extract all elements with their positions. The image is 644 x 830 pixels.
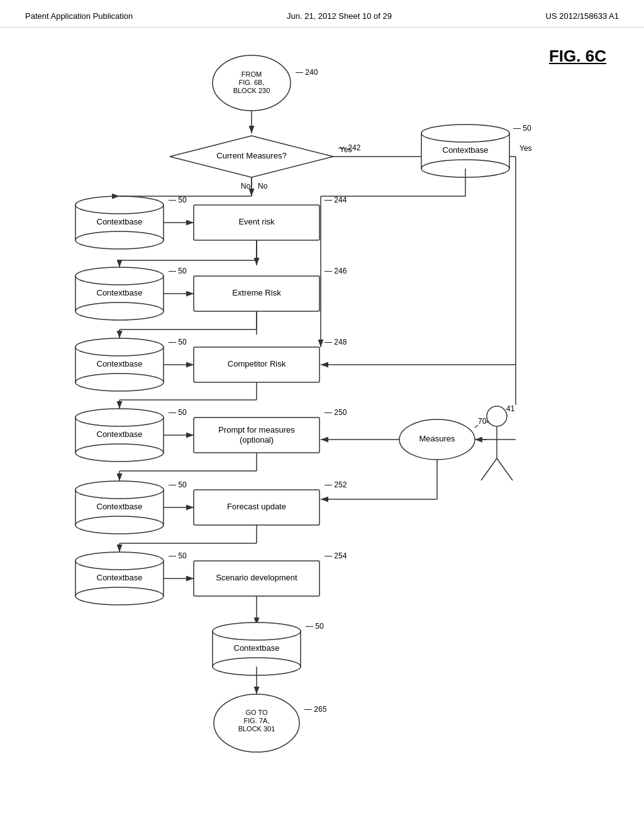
svg-text:— 50: — 50 xyxy=(169,267,187,275)
svg-text:FIG. 7A,: FIG. 7A, xyxy=(244,717,270,724)
svg-text:Current Measures?: Current Measures? xyxy=(216,151,286,160)
svg-point-115 xyxy=(213,622,301,640)
svg-text:Contextbase: Contextbase xyxy=(234,643,280,653)
svg-text:— 240: — 240 xyxy=(296,68,318,77)
svg-line-78 xyxy=(475,425,478,428)
svg-text:Yes: Yes xyxy=(519,144,532,153)
svg-text:Yes: Yes xyxy=(340,145,352,154)
svg-text:Contextbase: Contextbase xyxy=(97,288,143,297)
svg-point-16 xyxy=(75,196,164,214)
svg-line-83 xyxy=(481,458,497,480)
svg-point-102 xyxy=(75,552,164,570)
svg-text:Contextbase: Contextbase xyxy=(97,502,143,511)
svg-point-29 xyxy=(75,267,164,285)
header-left: Patent Application Publication xyxy=(25,11,133,21)
svg-text:No: No xyxy=(241,182,251,191)
svg-text:Contextbase: Contextbase xyxy=(97,573,143,582)
svg-text:— 50: — 50 xyxy=(513,124,531,133)
svg-text:Contextbase: Contextbase xyxy=(443,145,489,155)
svg-text:Contextbase: Contextbase xyxy=(97,429,143,439)
svg-text:BLOCK 301: BLOCK 301 xyxy=(238,725,275,733)
svg-point-64 xyxy=(75,444,164,462)
svg-text:— 252: — 252 xyxy=(325,480,347,489)
svg-text:— 250: — 250 xyxy=(325,408,347,417)
svg-point-30 xyxy=(75,302,164,320)
svg-text:— 244: — 244 xyxy=(325,196,347,204)
svg-point-63 xyxy=(75,409,164,426)
svg-text:Measures: Measures xyxy=(419,434,455,443)
svg-text:Contextbase: Contextbase xyxy=(97,359,143,368)
svg-text:— 50: — 50 xyxy=(169,551,187,560)
svg-text:(optional): (optional) xyxy=(240,435,274,445)
svg-text:Scenario development: Scenario development xyxy=(216,573,297,582)
svg-line-84 xyxy=(497,458,513,480)
svg-text:— 50: — 50 xyxy=(169,196,187,204)
svg-text:— 50: — 50 xyxy=(169,338,187,346)
page-header: Patent Application Publication Jun. 21, … xyxy=(0,0,644,28)
svg-text:GO TO: GO TO xyxy=(245,709,267,716)
header-right: US 2012/158633 A1 xyxy=(546,11,619,21)
svg-text:Competitor Risk: Competitor Risk xyxy=(228,359,286,368)
svg-text:Forecast update: Forecast update xyxy=(227,502,286,511)
svg-text:41: 41 xyxy=(506,404,515,413)
svg-point-50 xyxy=(75,338,164,356)
svg-text:— 248: — 248 xyxy=(325,338,347,346)
svg-text:FROM: FROM xyxy=(242,70,262,78)
svg-text:FIG. 6B,: FIG. 6B, xyxy=(239,79,265,86)
svg-text:Prompt for measures: Prompt for measures xyxy=(218,425,295,434)
svg-text:BLOCK 230: BLOCK 230 xyxy=(233,87,270,94)
main-content: FIG. 6C FROM FIG. 6B, BLOCK 230 — 240 Cu… xyxy=(0,28,644,795)
svg-text:No: No xyxy=(258,182,268,191)
svg-point-17 xyxy=(75,231,164,249)
svg-point-51 xyxy=(75,374,164,391)
flowchart-diagram: FROM FIG. 6B, BLOCK 230 — 240 Current Me… xyxy=(38,40,579,782)
header-center: Jun. 21, 2012 Sheet 10 of 29 xyxy=(287,11,392,21)
svg-text:— 254: — 254 xyxy=(325,551,347,560)
svg-point-91 xyxy=(75,516,164,534)
svg-point-90 xyxy=(75,481,164,499)
svg-text:— 246: — 246 xyxy=(325,267,347,275)
svg-point-41 xyxy=(421,124,509,142)
svg-text:— 50: — 50 xyxy=(306,622,324,631)
svg-text:Event risk: Event risk xyxy=(238,217,275,226)
svg-text:— 50: — 50 xyxy=(169,480,187,489)
svg-text:— 50: — 50 xyxy=(169,408,187,417)
svg-text:— 265: — 265 xyxy=(304,705,327,714)
svg-text:Contextbase: Contextbase xyxy=(97,217,143,226)
svg-text:Extreme Risk: Extreme Risk xyxy=(232,288,281,297)
svg-point-80 xyxy=(487,406,507,426)
svg-point-103 xyxy=(75,587,164,605)
